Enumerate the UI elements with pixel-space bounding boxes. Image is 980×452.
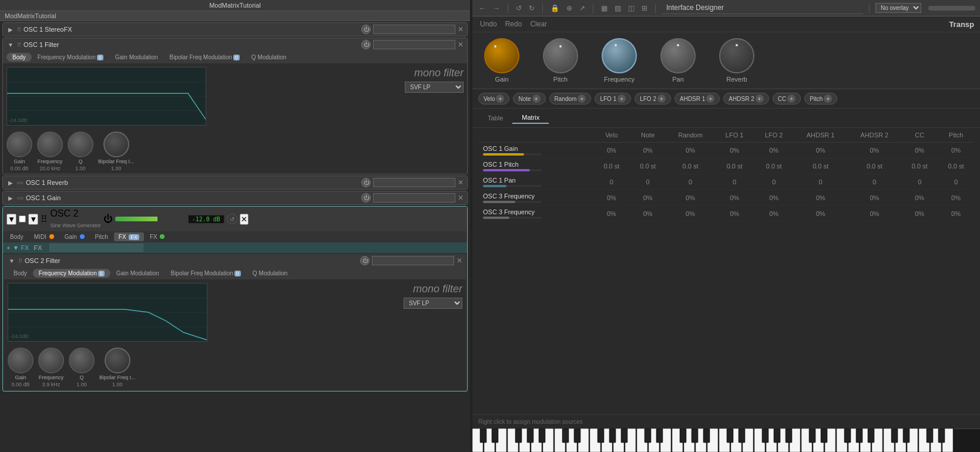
osc2-tab-freq-mod[interactable]: Frequency Modulation0 <box>33 269 110 278</box>
mod-source-ahdsr1[interactable]: AHDSR 1 + <box>674 93 720 104</box>
osc1-reverb-toggle[interactable]: ▶ <box>6 178 15 187</box>
osc1-stereofx-input[interactable] <box>373 25 455 34</box>
mod-source-pitch[interactable]: Pitch + <box>804 93 837 104</box>
cell-4-6[interactable]: 0% <box>848 206 902 222</box>
osc2-freq-knob[interactable] <box>38 348 64 373</box>
osc1-gain-input[interactable] <box>373 193 455 203</box>
osc2-q-knob[interactable] <box>69 348 95 373</box>
cell-2-0[interactable]: 0 <box>593 174 630 190</box>
osc2-reset-btn[interactable]: ↺ <box>227 214 237 224</box>
osc2-toggle[interactable]: ▼ <box>28 214 38 225</box>
cell-4-0[interactable]: 0% <box>593 206 630 222</box>
tb-forward[interactable]: → <box>491 3 502 14</box>
osc2-vol-bar[interactable] <box>115 217 186 221</box>
osc2-power[interactable]: ⏻ <box>103 214 113 224</box>
osc2-tab-fx1[interactable]: FX FX <box>114 232 144 241</box>
tb-grid1[interactable]: ▦ <box>599 3 609 14</box>
cell-3-4[interactable]: 0% <box>754 190 794 206</box>
mod-source-lfo1-plus[interactable]: + <box>617 95 626 103</box>
osc2-expand-toggle[interactable]: ▼ <box>6 214 16 225</box>
tb-grid4[interactable]: ⊞ <box>640 3 649 14</box>
tb-back[interactable]: ← <box>477 3 488 14</box>
cell-0-8[interactable]: 0% <box>938 143 974 158</box>
mod-source-note-plus[interactable]: + <box>532 95 541 103</box>
mod-source-ahdsr2-plus[interactable]: + <box>756 95 764 103</box>
osc1-gain-close[interactable]: ✕ <box>458 194 464 202</box>
cell-1-3[interactable]: 0.0 st <box>715 158 754 174</box>
osc1-stereofx-power[interactable]: ⏻ <box>361 25 371 34</box>
mod-source-ahdsr1-plus[interactable]: + <box>706 95 714 103</box>
cell-2-3[interactable]: 0 <box>715 174 754 190</box>
cell-1-2[interactable]: 0.0 st <box>666 158 715 174</box>
osc1-stereofx-close[interactable]: ✕ <box>458 25 464 33</box>
cell-1-0[interactable]: 0.0 st <box>593 158 630 174</box>
mod-source-cc[interactable]: CC + <box>773 93 801 104</box>
tb-crosshair[interactable]: ⊕ <box>565 3 574 14</box>
osc2-tab-gain-mod[interactable]: Gain Modulation <box>110 269 165 278</box>
osc2-tab-fx2[interactable]: FX <box>145 232 170 241</box>
frequency-instr-knob[interactable] <box>602 38 637 73</box>
mod-source-random-plus[interactable]: + <box>578 95 586 103</box>
cell-0-1[interactable]: 0% <box>630 143 666 158</box>
tab-table[interactable]: Table <box>478 112 512 124</box>
cell-3-2[interactable]: 0% <box>666 190 715 206</box>
cell-3-8[interactable]: 0% <box>938 190 974 206</box>
cell-1-1[interactable]: 0.0 st <box>630 158 666 174</box>
tb-link[interactable]: ↗ <box>578 3 587 14</box>
cell-2-7[interactable]: 0 <box>901 174 938 190</box>
osc2-tab-body[interactable]: Body <box>5 232 28 241</box>
cell-4-5[interactable]: 0% <box>794 206 848 222</box>
osc2-close[interactable]: ✕ <box>240 214 249 225</box>
tb-lock[interactable]: 🔒 <box>549 3 561 14</box>
cell-1-5[interactable]: 0.0 st <box>794 158 848 174</box>
gain-instr-knob[interactable] <box>484 38 519 73</box>
cell-4-4[interactable]: 0% <box>754 206 794 222</box>
cell-0-3[interactable]: 0% <box>715 143 754 158</box>
pan-instr-knob[interactable] <box>660 38 696 73</box>
undo-button[interactable]: Undo <box>478 19 499 29</box>
osc2-bipolar-knob[interactable] <box>105 348 130 373</box>
cell-4-3[interactable]: 0% <box>715 206 754 222</box>
mod-source-pitch-plus[interactable]: + <box>824 95 832 103</box>
tab-bipolar-freq-mod[interactable]: Bipolar Freq Modulation0 <box>164 53 246 62</box>
osc2-filter-power[interactable]: ⏻ <box>360 256 370 265</box>
cell-0-0[interactable]: 0% <box>593 143 630 158</box>
osc1-bipolar-knob[interactable] <box>103 131 129 157</box>
mod-source-lfo2-plus[interactable]: + <box>657 95 666 103</box>
osc2-filter-input[interactable] <box>372 256 454 265</box>
osc2-tab-midi[interactable]: MIDI <box>29 232 59 241</box>
cell-1-6[interactable]: 0.0 st <box>848 158 902 174</box>
cell-0-7[interactable]: 0% <box>901 143 938 158</box>
reverb-instr-knob[interactable] <box>719 38 754 73</box>
osc2-filter-toggle[interactable]: ▼ <box>8 257 16 265</box>
mod-source-random[interactable]: Random + <box>549 93 592 104</box>
tab-q-mod[interactable]: Q Modulation <box>246 53 292 62</box>
mod-source-velo[interactable]: Velo + <box>478 93 509 104</box>
cell-2-2[interactable]: 0 <box>666 174 715 190</box>
osc1-filter-input[interactable] <box>373 40 455 49</box>
tb-grid3[interactable]: ◫ <box>626 3 636 14</box>
tab-matrix[interactable]: Matrix <box>512 112 549 124</box>
cell-3-3[interactable]: 0% <box>715 190 754 206</box>
pitch-instr-knob[interactable] <box>543 38 578 73</box>
clear-button[interactable]: Clear <box>528 19 549 29</box>
osc1-filter-close[interactable]: ✕ <box>458 41 464 49</box>
cell-3-6[interactable]: 0% <box>848 190 902 206</box>
cell-2-6[interactable]: 0 <box>848 174 902 190</box>
osc1-filter-toggle[interactable]: ▼ <box>6 41 15 49</box>
osc1-q-knob[interactable] <box>68 131 93 157</box>
redo-button[interactable]: Redo <box>504 19 524 29</box>
cell-2-1[interactable]: 0 <box>630 174 666 190</box>
osc2-tab-bipolar[interactable]: Bipolar Freq Modulation0 <box>165 269 247 278</box>
osc1-gain-power[interactable]: ⏻ <box>361 193 371 203</box>
osc2-fx-add-btn[interactable]: + <box>6 244 10 251</box>
cell-1-4[interactable]: 0.0 st <box>754 158 794 174</box>
cell-0-5[interactable]: 0% <box>794 143 848 158</box>
cell-4-1[interactable]: 0% <box>630 206 666 222</box>
osc1-filter-type-select[interactable]: SVF LP SVF HP SVF BP <box>405 82 464 93</box>
cell-3-0[interactable]: 0% <box>593 190 630 206</box>
tb-redo[interactable]: ↻ <box>527 3 536 14</box>
mod-source-lfo1[interactable]: LFO 1 + <box>595 93 631 104</box>
osc2-checkbox[interactable] <box>19 215 26 222</box>
tab-freq-mod[interactable]: Frequency Modulation0 <box>32 53 109 62</box>
